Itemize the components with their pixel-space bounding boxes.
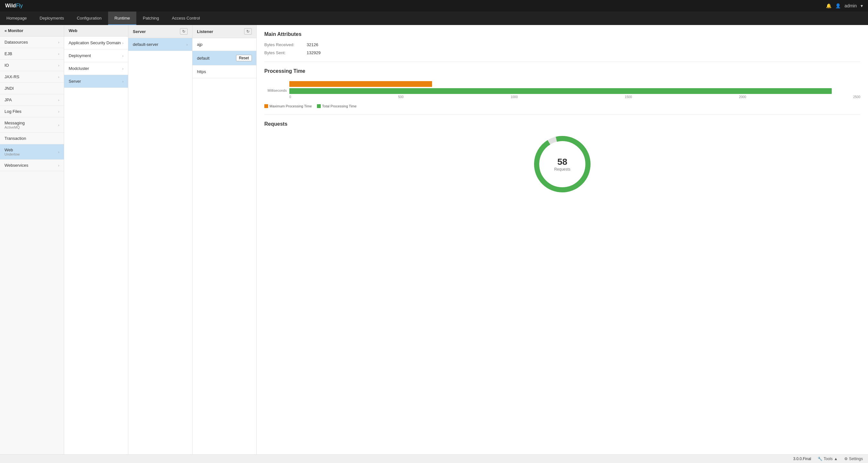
divider (264, 62, 860, 62)
legend-max: Maximum Processing Time (264, 104, 312, 108)
legend-total: Total Processing Time (317, 104, 357, 108)
topbar-icons: 🔔 👤 admin ▾ (826, 3, 863, 8)
web-item-app-security-domain[interactable]: Application Security Domain › (64, 37, 128, 49)
listener-column: Listener ↻ ajp default Reset https (192, 25, 257, 454)
sidebar-item-jpa[interactable]: JPA › (0, 94, 64, 106)
web-item-label: Server (69, 79, 81, 84)
server-column-header: Server ↻ (128, 25, 192, 38)
chevron-icon: › (58, 150, 59, 154)
sidebar-item-log-files[interactable]: Log Files › (0, 106, 64, 118)
footer-version: 3.0.0.Final (793, 457, 811, 461)
web-column: Web Application Security Domain › Deploy… (64, 25, 128, 454)
footer: 3.0.0.Final 🔧 Tools ▲ ⚙ Settings (0, 454, 868, 463)
web-item-server[interactable]: Server › (64, 75, 128, 88)
total-processing-bar (289, 88, 832, 94)
listener-column-title: Listener (197, 29, 213, 34)
listener-item-label: https (197, 69, 206, 74)
processing-time-chart: Milliseconds 0 500 1000 1500 2000 2500 (264, 79, 860, 108)
tick-1500: 1500 (625, 95, 632, 100)
chevron-icon: › (58, 164, 59, 167)
bytes-sent-label: Bytes Sent: (264, 50, 303, 55)
legend-max-box (264, 104, 268, 108)
tick-0: 0 (289, 95, 291, 100)
listener-item-https[interactable]: https (192, 65, 256, 78)
chart-bars: 0 500 1000 1500 2000 2500 (289, 81, 860, 100)
tools-icon: 🔧 (818, 457, 823, 461)
nav-homepage[interactable]: Homepage (0, 11, 33, 25)
bytes-sent-row: Bytes Sent: 132929 (264, 50, 860, 55)
bytes-received-value: 32126 (307, 42, 318, 47)
chevron-icon: › (122, 79, 124, 84)
chevron-icon: › (58, 75, 59, 79)
sidebar-item-web[interactable]: Web Undertow › (0, 144, 64, 160)
nav-deployments[interactable]: Deployments (33, 11, 70, 25)
web-item-label: Deployment (69, 53, 91, 58)
listener-reset-button[interactable]: Reset (236, 55, 252, 61)
sidebar-item-jax-rs[interactable]: JAX-RS › (0, 71, 64, 83)
footer-settings[interactable]: ⚙ Settings (844, 457, 863, 461)
sidebar-item-messaging[interactable]: Messaging ActiveMQ › (0, 118, 64, 133)
requests-label: Requests (554, 167, 571, 171)
divider2 (264, 114, 860, 115)
sidebar-item-transaction[interactable]: Transaction (0, 133, 64, 144)
footer-tools[interactable]: 🔧 Tools ▲ (818, 457, 838, 461)
brand: WildFly (5, 3, 23, 9)
chevron-icon: › (58, 40, 59, 44)
nav-configuration[interactable]: Configuration (70, 11, 108, 25)
main-attributes-title: Main Attributes (264, 31, 860, 37)
max-processing-bar (289, 81, 432, 87)
tick-2500: 2500 (853, 95, 860, 100)
bytes-sent-value: 132929 (307, 50, 320, 55)
listener-item-default[interactable]: default Reset (192, 51, 256, 65)
main-navigation: Homepage Deployments Configuration Runti… (0, 11, 868, 25)
sidebar-header: « Monitor (0, 25, 64, 37)
chevron-icon: › (58, 52, 59, 56)
settings-icon: ⚙ (844, 457, 848, 461)
requests-count: 58 (554, 157, 571, 167)
sidebar-item-webservices[interactable]: Webservices › (0, 160, 64, 171)
brand-wild: Wild (5, 3, 16, 8)
web-column-title: Web (69, 28, 77, 33)
web-item-modcluster[interactable]: Modcluster › (64, 62, 128, 75)
web-item-label: Application Security Domain (69, 40, 121, 45)
listener-refresh-button[interactable]: ↻ (244, 28, 252, 35)
chart-bar-wrap (289, 81, 860, 94)
listener-item-ajp[interactable]: ajp (192, 38, 256, 51)
server-item-default[interactable]: default-server › (128, 38, 192, 51)
user-label[interactable]: admin (845, 3, 857, 8)
sidebar: « Monitor Datasources › EJB › IO › JAX-R… (0, 25, 64, 454)
topbar: WildFly 🔔 👤 admin ▾ (0, 0, 868, 11)
server-refresh-button[interactable]: ↻ (180, 28, 188, 35)
sidebar-item-datasources[interactable]: Datasources › (0, 37, 64, 48)
content-area: « Monitor Datasources › EJB › IO › JAX-R… (0, 25, 868, 454)
user-icon: 👤 (835, 3, 841, 8)
web-column-header: Web (64, 25, 128, 37)
chevron-icon: › (58, 110, 59, 113)
sidebar-item-jndi[interactable]: JNDI (0, 83, 64, 94)
bytes-received-row: Bytes Received: 32126 (264, 42, 860, 47)
server-item-label: default-server (133, 42, 158, 47)
nav-runtime[interactable]: Runtime (108, 11, 136, 25)
chart-y-label: Milliseconds (264, 89, 287, 92)
donut-center: 58 Requests (554, 157, 571, 171)
chevron-icon: › (122, 67, 124, 70)
user-dropdown-icon[interactable]: ▾ (861, 3, 863, 8)
chevron-icon: › (58, 123, 59, 127)
nav-patching[interactable]: Patching (136, 11, 165, 25)
details-panel: Main Attributes Bytes Received: 32126 By… (257, 25, 868, 454)
sidebar-item-ejb[interactable]: EJB › (0, 48, 64, 60)
legend-max-label: Maximum Processing Time (270, 104, 312, 108)
chart-area: Milliseconds 0 500 1000 1500 2000 2500 (264, 79, 860, 102)
notification-icon[interactable]: 🔔 (826, 3, 831, 8)
web-item-deployment[interactable]: Deployment › (64, 49, 128, 62)
requests-donut-container: 58 Requests (264, 132, 860, 196)
chevron-icon: › (58, 64, 59, 67)
server-column: Server ↻ default-server › (128, 25, 192, 454)
sidebar-item-io[interactable]: IO › (0, 60, 64, 71)
chevron-icon: › (186, 43, 188, 46)
nav-access-control[interactable]: Access Control (165, 11, 206, 25)
tools-chevron-icon: ▲ (834, 457, 838, 461)
listener-column-header: Listener ↻ (192, 25, 256, 38)
chevron-icon: › (58, 98, 59, 102)
server-column-title: Server (133, 29, 146, 34)
